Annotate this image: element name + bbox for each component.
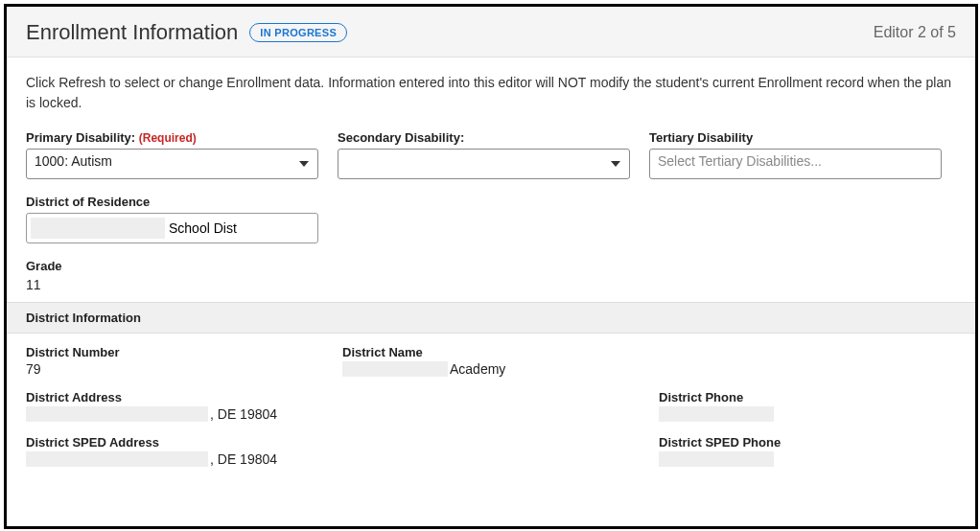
- district-name-item: District Name Academy: [342, 345, 649, 377]
- district-number-label: District Number: [26, 345, 333, 359]
- grade-value: 11: [26, 277, 956, 292]
- tertiary-disability-select[interactable]: Select Tertiary Disabilities...: [649, 149, 942, 179]
- redacted-block: [659, 451, 774, 467]
- redacted-block: [659, 406, 774, 422]
- status-badge: IN PROGRESS: [249, 23, 347, 42]
- primary-disability-label: Primary Disability: (Required): [26, 130, 318, 145]
- district-phone-label: District Phone: [659, 390, 956, 404]
- district-name-label: District Name: [342, 345, 649, 359]
- editor-counter: Editor 2 of 5: [874, 24, 956, 41]
- redacted-block: [26, 406, 208, 422]
- secondary-disability-label: Secondary Disability:: [338, 130, 630, 145]
- secondary-disability-group: Secondary Disability:: [338, 130, 630, 179]
- district-sped-phone-label: District SPED Phone: [659, 435, 956, 450]
- district-sped-address-label: District SPED Address: [26, 435, 649, 450]
- district-name-suffix: Academy: [450, 361, 505, 377]
- tertiary-disability-group: Tertiary Disability Select Tertiary Disa…: [649, 130, 942, 179]
- primary-disability-group: Primary Disability: (Required) 1000: Aut…: [26, 130, 318, 179]
- district-of-residence-label: District of Residence: [26, 195, 318, 209]
- page-title: Enrollment Information: [26, 20, 238, 45]
- district-number-value: 79: [26, 361, 333, 377]
- grade-label: Grade: [26, 259, 956, 273]
- district-address-label: District Address: [26, 390, 649, 404]
- district-sped-address-item: District SPED Address , DE 19804: [26, 435, 649, 467]
- redacted-block: [31, 218, 165, 239]
- district-phone-item: District Phone: [659, 390, 956, 422]
- district-info-section-header: District Information: [7, 302, 975, 334]
- required-indicator: (Required): [139, 131, 197, 145]
- district-address-item: District Address , DE 19804: [26, 390, 649, 422]
- district-of-residence-input[interactable]: School Dist: [26, 213, 318, 243]
- secondary-disability-select[interactable]: [338, 149, 630, 179]
- grade-group: Grade 11: [26, 259, 956, 292]
- intro-text: Click Refresh to select or change Enroll…: [26, 73, 956, 113]
- tertiary-disability-label: Tertiary Disability: [649, 130, 942, 145]
- district-number-item: District Number 79: [26, 345, 333, 377]
- primary-disability-select[interactable]: 1000: Autism: [26, 149, 318, 179]
- district-sped-phone-item: District SPED Phone: [659, 435, 956, 467]
- district-sped-address-suffix: , DE 19804: [210, 451, 277, 467]
- district-of-residence-group: District of Residence School Dist: [26, 195, 318, 243]
- editor-header: Enrollment Information IN PROGRESS Edito…: [7, 7, 975, 58]
- district-address-suffix: , DE 19804: [210, 406, 277, 422]
- redacted-block: [342, 361, 448, 377]
- redacted-block: [26, 451, 208, 467]
